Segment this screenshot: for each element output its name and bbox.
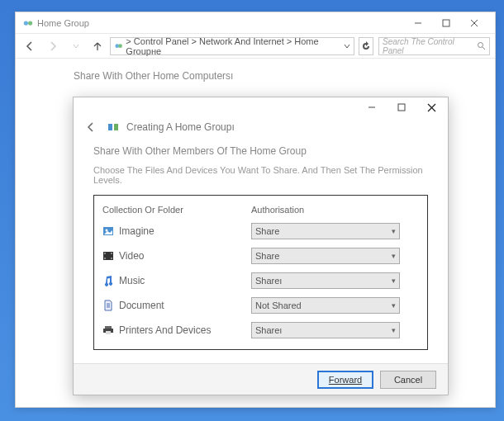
close-button[interactable] (460, 13, 488, 33)
dialog-footer: Forward Cancel (74, 363, 448, 395)
document-icon (102, 300, 114, 311)
row-label: Document (119, 300, 164, 311)
page-heading: Share With Other Home Computersı (74, 70, 478, 82)
svg-point-8 (478, 43, 483, 48)
header-folder: Collection Or Folder (102, 205, 251, 215)
nav-forward-button[interactable] (44, 37, 62, 55)
breadcrumb-text: > Control Panel > Network And Internet >… (126, 36, 344, 56)
refresh-button[interactable] (359, 37, 373, 55)
dialog-back-button[interactable] (85, 121, 100, 133)
nav-bar: > Control Panel > Network And Internet >… (16, 34, 495, 59)
svg-rect-3 (443, 20, 449, 26)
chevron-down-icon: ▾ (392, 252, 396, 260)
nav-up-button[interactable] (90, 40, 105, 52)
create-homegroup-dialog: Creating A Home Groupı Share With Other … (73, 97, 449, 395)
row-label: Imagine (119, 225, 155, 237)
minimize-button[interactable] (404, 13, 432, 33)
table-row: Imagine Share▾ (102, 219, 419, 244)
svg-point-1 (28, 21, 32, 25)
maximize-button[interactable] (432, 13, 460, 33)
svg-rect-21 (111, 253, 112, 254)
dialog-close-button[interactable] (420, 99, 443, 116)
table-row: Document Not Shared▾ (102, 293, 419, 318)
printer-icon (102, 324, 114, 336)
breadcrumb-icon (114, 41, 123, 51)
table-row: Printers And Devices Shareı▾ (102, 318, 419, 343)
title-bar: Home Group (16, 12, 495, 34)
video-icon (102, 250, 114, 262)
row-label: Video (119, 250, 144, 262)
dialog-maximize-button[interactable] (390, 99, 413, 116)
nav-back-button[interactable] (21, 37, 39, 55)
search-icon (477, 41, 486, 50)
chevron-down-icon: ▾ (392, 227, 396, 235)
forward-button[interactable]: Forward (317, 371, 373, 389)
chevron-down-icon[interactable] (344, 43, 350, 50)
dialog-body: Share With Other Members Of The Home Gro… (74, 142, 448, 353)
window-controls (404, 13, 488, 33)
svg-rect-22 (111, 258, 112, 259)
dialog-subtitle: Share With Other Members Of The Home Gro… (93, 145, 428, 157)
auth-select-printers[interactable]: Shareı▾ (251, 322, 400, 338)
search-input[interactable]: Search The Control Panel (378, 37, 490, 55)
search-placeholder: Search The Control Panel (383, 37, 477, 55)
nav-recent-dropdown[interactable] (67, 37, 85, 55)
chevron-down-icon: ▾ (392, 277, 396, 285)
svg-rect-15 (114, 124, 118, 130)
header-auth: Authorisation (251, 205, 419, 215)
window-title: Home Group (37, 18, 404, 28)
row-label: Music (119, 275, 145, 286)
svg-point-7 (118, 44, 122, 48)
dialog-minimize-button[interactable] (360, 99, 383, 116)
auth-select-document[interactable]: Not Shared▾ (251, 297, 400, 314)
dialog-titlebar (74, 97, 448, 117)
dialog-header: Creating A Home Groupı (74, 117, 448, 142)
svg-line-9 (483, 47, 485, 50)
dialog-description: Choose The Files And Devices You Want To… (93, 165, 428, 185)
breadcrumb[interactable]: > Control Panel > Network And Internet >… (110, 37, 354, 55)
auth-select-video[interactable]: Share▾ (251, 248, 400, 264)
homegroup-icon (22, 17, 34, 29)
music-icon (102, 275, 114, 286)
svg-rect-14 (108, 124, 112, 130)
chevron-down-icon: ▾ (392, 301, 396, 310)
svg-rect-26 (105, 326, 112, 329)
permissions-table: Collection Or Folder Authorisation Imagi… (93, 195, 428, 350)
svg-rect-11 (398, 104, 405, 111)
table-row: Video Share▾ (102, 244, 419, 268)
table-row: Music Shareı▾ (102, 268, 419, 293)
svg-rect-28 (106, 331, 111, 334)
table-header: Collection Or Folder Authorisation (102, 201, 419, 219)
pictures-icon (102, 225, 114, 237)
homegroup-icon (107, 121, 120, 134)
auth-select-pictures[interactable]: Share▾ (251, 223, 400, 239)
row-label: Printers And Devices (119, 324, 211, 336)
svg-rect-20 (104, 258, 106, 259)
svg-rect-19 (104, 253, 106, 254)
auth-select-music[interactable]: Shareı▾ (251, 272, 400, 289)
dialog-title: Creating A Home Groupı (126, 121, 235, 133)
chevron-down-icon: ▾ (392, 326, 396, 334)
cancel-button[interactable]: Cancel (380, 371, 436, 389)
outer-body: Share With Other Home Computersı (16, 59, 495, 90)
svg-point-0 (24, 21, 28, 25)
